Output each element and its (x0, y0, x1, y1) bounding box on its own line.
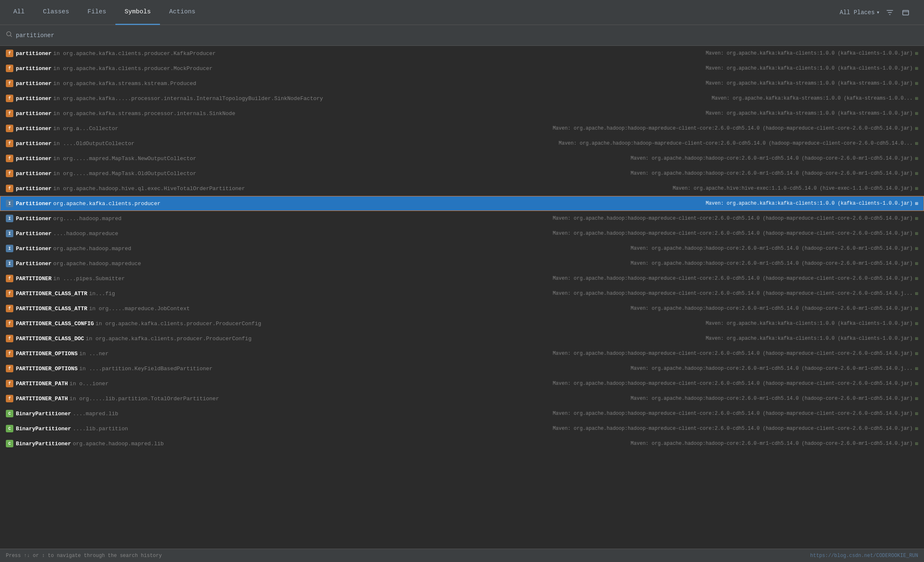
type-icon: I (6, 215, 13, 222)
symbol-context: in o...ioner (70, 381, 109, 387)
symbol-name: PARTITIONER_OPTIONS (16, 351, 77, 357)
symbol-name: partitioner (16, 65, 52, 72)
symbol-context: ....mapred.lib (73, 411, 118, 417)
maven-info: Maven: org.apache.hadoop:hadoop-core:2.6… (622, 306, 913, 311)
list-item[interactable]: f partitioner in org.apache.kafka.stream… (0, 106, 924, 121)
symbol-context: in ....pipes.Submitter (53, 276, 125, 282)
list-item[interactable]: I Partitioner ....hadoop.mapreduce Maven… (0, 226, 924, 241)
results-container: f partitioner in org.apache.kafka.client… (0, 46, 924, 549)
symbol-name: partitioner (16, 140, 52, 147)
list-item[interactable]: f PARTITIONER_CLASS_ATTR in org.....mapr… (0, 301, 924, 316)
list-item[interactable]: I Partitioner org.....hadoop.mapred Mave… (0, 211, 924, 226)
list-item[interactable]: f PARTITIONER_PATH in org.....lib.partit… (0, 391, 924, 406)
maven-info: Maven: org.apache.kafka:kafka-streams:1.… (703, 95, 912, 101)
maven-info: Maven: org.apache.hadoop:hadoop-core:2.6… (622, 156, 913, 161)
search-input[interactable] (16, 32, 918, 39)
list-item[interactable]: C BinaryPartitioner org.apache.hadoop.ma… (0, 436, 924, 451)
symbol-name: PARTITIONER_PATH (16, 381, 68, 387)
symbol-context: in org.apache.kafka.clients.producer.Kaf… (53, 50, 216, 57)
tab-classes[interactable]: Classes (34, 0, 78, 25)
type-icon: C (6, 440, 13, 447)
symbol-name: partitioner (16, 171, 52, 177)
symbol-context: in org.apache.kafka.clients.producer.Moc… (53, 65, 212, 72)
symbol-context: in ....OldOutputCollector (53, 140, 135, 147)
type-icon: f (6, 110, 13, 117)
structure-icon: ⊞ (915, 366, 918, 372)
maven-info: Maven: org.apache.hadoop:hadoop-core:2.6… (622, 171, 913, 176)
symbol-name: PARTITIONER_CLASS_ATTR (16, 291, 87, 297)
list-item[interactable]: f PARTITIONER in ....pipes.Submitter Mav… (0, 271, 924, 286)
structure-icon: ⊞ (915, 411, 918, 417)
structure-icon: ⊞ (915, 140, 918, 147)
symbol-name: Partitioner (16, 231, 52, 237)
symbol-name: PARTITIONER_OPTIONS (16, 366, 77, 372)
window-icon[interactable] (900, 7, 912, 18)
structure-icon: ⊞ (915, 50, 918, 57)
structure-icon: ⊞ (915, 201, 918, 207)
maven-info: Maven: org.apache.hadoop:hadoop-mapreduc… (544, 216, 913, 221)
symbol-context: in org.apache.kafka.clients.producer.Pro… (86, 336, 252, 342)
list-item[interactable]: f PARTITIONER_OPTIONS in ....partition.K… (0, 361, 924, 376)
structure-icon: ⊞ (915, 186, 918, 192)
list-item[interactable]: f partitioner in org.apache.kafka.client… (0, 46, 924, 61)
symbol-name: Partitioner (16, 246, 52, 252)
maven-info: Maven: org.apache.kafka:kafka-clients:1.… (697, 321, 913, 326)
list-item[interactable]: f partitioner in org.apache.kafka.....pr… (0, 91, 924, 106)
list-item[interactable]: C BinaryPartitioner ....lib.partition Ma… (0, 421, 924, 436)
symbol-name: Partitioner (16, 201, 52, 207)
type-icon: f (6, 335, 13, 342)
symbol-name: BinaryPartitioner (16, 411, 71, 417)
list-item[interactable]: f partitioner in org.....mapred.MapTask.… (0, 166, 924, 181)
list-item[interactable]: f partitioner in org.a...Collector Maven… (0, 121, 924, 136)
tab-bar-left: All Classes Files Symbols Actions (4, 0, 205, 25)
type-icon: f (6, 380, 13, 387)
tab-files[interactable]: Files (78, 0, 115, 25)
type-icon: f (6, 290, 13, 297)
symbol-context: in ...ner (79, 351, 108, 357)
maven-info: Maven: org.apache.hadoop:hadoop-core:2.6… (622, 366, 913, 371)
list-item[interactable]: f partitioner in org.apache.hadoop.hive.… (0, 181, 924, 196)
structure-icon: ⊞ (915, 156, 918, 162)
symbol-name: BinaryPartitioner (16, 441, 71, 447)
structure-icon: ⊞ (915, 426, 918, 432)
structure-icon: ⊞ (915, 291, 918, 297)
structure-icon: ⊞ (915, 80, 918, 87)
symbol-context: in org.apache.kafka.....processor.intern… (53, 95, 323, 102)
list-item[interactable]: f PARTITIONER_PATH in o...ioner Maven: o… (0, 376, 924, 391)
tab-symbols[interactable]: Symbols (115, 0, 160, 25)
list-item[interactable]: f PARTITIONER_OPTIONS in ...ner Maven: o… (0, 346, 924, 361)
tab-actions[interactable]: Actions (160, 0, 205, 25)
symbol-name: PARTITIONER_CLASS_ATTR (16, 306, 87, 312)
maven-info: Maven: org.apache.kafka:kafka-clients:1.… (697, 336, 913, 341)
symbol-context: org.apache.hadoop.mapred (53, 246, 131, 252)
symbol-context: in org.....mapreduce.JobContext (89, 306, 190, 312)
list-item[interactable]: I Partitioner org.apache.kafka.clients.p… (0, 196, 924, 211)
list-item[interactable]: f partitioner in org.....mapred.MapTask.… (0, 151, 924, 166)
list-item[interactable]: f partitioner in org.apache.kafka.stream… (0, 76, 924, 91)
symbol-context: in org.....mapred.MapTask.NewOutputColle… (53, 156, 196, 162)
list-item[interactable]: C BinaryPartitioner ....mapred.lib Maven… (0, 406, 924, 421)
symbol-context: org.apache.hadoop.mapreduce (53, 261, 141, 267)
symbol-name: PARTITIONER_CLASS_CONFIG (16, 321, 94, 327)
maven-info: Maven: org.apache.hadoop:hadoop-mapreduc… (550, 140, 913, 146)
list-item[interactable]: f partitioner in org.apache.kafka.client… (0, 61, 924, 76)
tab-all[interactable]: All (4, 0, 34, 25)
filter-icon[interactable] (884, 7, 896, 18)
type-icon: C (6, 425, 13, 432)
places-dropdown[interactable]: All Places ▾ (840, 9, 880, 16)
list-item[interactable]: f partitioner in ....OldOutputCollector … (0, 136, 924, 151)
maven-info: Maven: org.apache.hadoop:hadoop-mapreduc… (544, 231, 913, 236)
list-item[interactable]: I Partitioner org.apache.hadoop.mapred M… (0, 241, 924, 256)
symbol-context: org.apache.kafka.clients.producer (53, 201, 160, 207)
list-item[interactable]: f PARTITIONER_CLASS_DOC in org.apache.ka… (0, 331, 924, 346)
symbol-name: partitioner (16, 95, 52, 102)
structure-icon: ⊞ (915, 441, 918, 447)
list-item[interactable]: I Partitioner org.apache.hadoop.mapreduc… (0, 256, 924, 271)
status-bar: Press ↑↓ or ↕ to navigate through the se… (0, 549, 924, 562)
symbol-context: org.apache.hadoop.mapred.lib (73, 441, 164, 447)
search-bar (0, 25, 924, 46)
type-icon: f (6, 140, 13, 147)
list-item[interactable]: f PARTITIONER_CLASS_ATTR in...fig Maven:… (0, 286, 924, 301)
list-item[interactable]: f PARTITIONER_CLASS_CONFIG in org.apache… (0, 316, 924, 331)
all-places-label: All Places (840, 9, 875, 16)
